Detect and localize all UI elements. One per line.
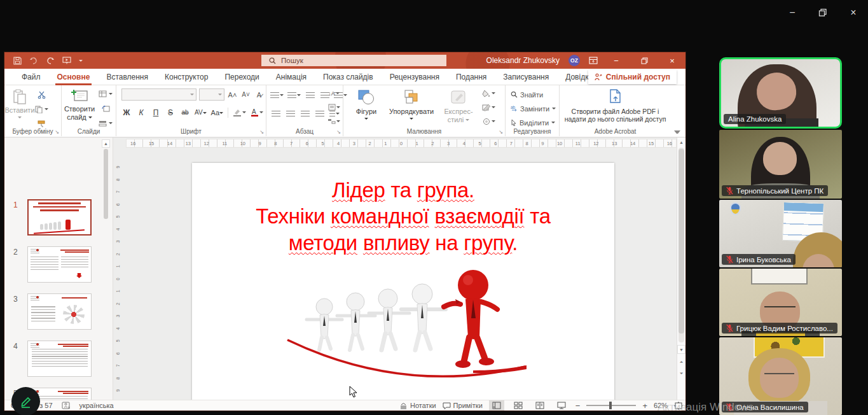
thumbnail-scrollbar[interactable]: ▲ — [102, 137, 111, 400]
quick-styles-button[interactable]: Експрес-стилі — [439, 85, 478, 126]
scroll-down-icon[interactable]: ▼ — [677, 345, 685, 354]
font-dialog-launcher[interactable]: ↘ — [259, 129, 264, 135]
slide-scrollbar[interactable]: ▲ ▼ ⏶ ⏷ — [677, 137, 685, 400]
close-window-icon[interactable]: × — [844, 4, 863, 22]
align-left-icon[interactable] — [270, 108, 281, 119]
convert-smartart-icon[interactable] — [327, 116, 340, 127]
tab-основне[interactable]: Основне — [49, 69, 99, 85]
zoom-out-button[interactable]: − — [575, 401, 581, 411]
ppt-close-icon[interactable]: × — [663, 52, 682, 69]
align-text-icon[interactable] — [328, 102, 340, 113]
change-case-button[interactable]: Aa — [211, 109, 223, 116]
highlight-color-icon[interactable] — [233, 107, 246, 118]
new-slide-button[interactable]: Створитислайд — [64, 85, 95, 126]
align-right-icon[interactable] — [300, 108, 310, 119]
shapes-button[interactable]: Фігури — [350, 85, 383, 126]
slide-thumbnail-3[interactable] — [27, 293, 92, 330]
next-slide-icon[interactable]: ⏷ — [677, 369, 685, 378]
bullets-icon[interactable] — [270, 90, 284, 101]
strikethrough-button[interactable]: S — [165, 108, 176, 117]
drawing-dialog-launcher[interactable]: ↘ — [499, 129, 503, 135]
zoom-in-button[interactable]: + — [642, 401, 647, 411]
start-slideshow-icon[interactable] — [62, 57, 71, 64]
font-size-combo[interactable] — [199, 88, 224, 101]
find-button[interactable]: Знайти — [511, 89, 543, 100]
decrease-indent-icon[interactable] — [305, 90, 315, 101]
clipboard-dialog-launcher[interactable]: ↘ — [55, 129, 59, 135]
grow-font-icon[interactable]: A˄ — [227, 89, 238, 100]
slide-sorter-view-button[interactable] — [511, 400, 526, 411]
numbering-icon[interactable] — [287, 90, 301, 101]
redo-icon[interactable] — [46, 57, 55, 64]
underline-button[interactable]: П — [151, 108, 161, 117]
slide-thumbnail-4[interactable] — [27, 341, 92, 377]
slide-image-tightrope-figures[interactable] — [282, 265, 530, 383]
participant-video-2[interactable]: Тернопільський Центр ПК — [719, 130, 842, 199]
tab-рецензування[interactable]: Рецензування — [382, 69, 448, 85]
comments-toggle[interactable]: Примітки — [443, 400, 483, 411]
restore-window-icon[interactable] — [813, 4, 832, 22]
paragraph-dialog-launcher[interactable]: ↘ — [336, 129, 341, 135]
strike2-button[interactable]: ab — [180, 109, 190, 116]
tab-подання[interactable]: Подання — [448, 69, 495, 85]
shrink-font-icon[interactable]: A˅ — [240, 89, 251, 100]
select-button[interactable]: Виділити — [511, 117, 555, 128]
tab-вставлення[interactable]: Вставлення — [98, 69, 156, 85]
shape-fill-icon[interactable] — [482, 88, 495, 99]
previous-slide-icon[interactable]: ⏶ — [677, 358, 685, 367]
reading-view-button[interactable] — [532, 400, 548, 411]
italic-button[interactable]: К — [136, 108, 146, 117]
annotation-pencil-button[interactable] — [11, 387, 40, 415]
slide-layout-icon[interactable] — [99, 88, 113, 99]
undo-icon[interactable] — [29, 57, 38, 64]
shape-outline-icon[interactable] — [482, 102, 495, 113]
shape-effects-icon[interactable] — [482, 116, 495, 127]
share-button[interactable]: Спільний доступ — [588, 70, 677, 84]
slide[interactable]: Лідер та група.Техніки командної взаємод… — [192, 163, 614, 401]
customize-qat-icon[interactable] — [79, 60, 83, 62]
ppt-minimize-icon[interactable]: − — [607, 52, 626, 69]
tab-записування[interactable]: Записування — [495, 69, 557, 85]
align-center-icon[interactable] — [285, 108, 296, 119]
tab-переходи[interactable]: Переходи — [216, 69, 267, 85]
paste-button[interactable]: Вставити — [8, 85, 31, 126]
tab-конструктор[interactable]: Конструктор — [156, 69, 216, 85]
zoom-slider[interactable] — [586, 405, 636, 406]
arrange-button[interactable]: Упорядкувати — [387, 85, 436, 126]
slide-canvas-area[interactable]: Лідер та група.Техніки командної взаємод… — [126, 148, 677, 400]
tab-анімація[interactable]: Анімація — [268, 69, 315, 85]
tab-файл[interactable]: Файл — [13, 69, 49, 85]
font-name-combo[interactable] — [121, 88, 196, 101]
character-spacing-button[interactable]: AV — [195, 109, 207, 116]
participant-video-1[interactable]: Alina Zhukovska — [719, 57, 842, 129]
slide-title-text[interactable]: Лідер та група.Техніки командної взаємод… — [211, 177, 595, 256]
text-direction-icon[interactable]: ↓A — [328, 88, 340, 99]
scroll-up-icon[interactable]: ▲ — [677, 137, 685, 146]
account-avatar-badge[interactable]: OZ — [568, 55, 580, 66]
tab-показ-слайдів[interactable]: Показ слайдів — [315, 69, 382, 85]
slide-thumbnail-2[interactable] — [27, 246, 92, 283]
copy-icon[interactable] — [35, 104, 48, 115]
save-icon[interactable] — [13, 57, 22, 65]
scroll-up-icon[interactable]: ▲ — [102, 139, 110, 148]
search-input[interactable]: Пошук — [261, 55, 446, 66]
slideshow-view-button[interactable] — [554, 400, 569, 411]
ribbon-display-options-icon[interactable] — [589, 57, 598, 64]
create-pdf-button[interactable]: Створити файл Adobe PDF інадати до нього… — [560, 85, 671, 126]
participant-video-4[interactable]: Грицюк Вадим Ростиславо... — [719, 269, 842, 336]
ppt-restore-icon[interactable] — [635, 52, 654, 69]
account-name[interactable]: Oleksandr Zhukovsky — [486, 56, 560, 65]
accessibility-checker-icon[interactable] — [62, 402, 71, 409]
replace-button[interactable]: abЗамінити — [511, 103, 556, 114]
notes-toggle[interactable]: Нотатки — [399, 400, 436, 411]
collapse-ribbon-icon[interactable] — [674, 130, 680, 134]
normal-view-button[interactable] — [489, 400, 504, 411]
language-indicator[interactable]: українська — [79, 402, 114, 409]
slide-thumbnail-1[interactable] — [27, 199, 92, 236]
cut-icon[interactable] — [35, 89, 48, 100]
clear-formatting-icon[interactable]: A̷ — [254, 89, 265, 100]
section-icon[interactable] — [99, 118, 113, 129]
reset-slide-icon[interactable] — [99, 103, 113, 114]
participant-video-3[interactable]: Ірина Буковська — [719, 200, 842, 267]
minimize-window-icon[interactable]: − — [783, 4, 802, 22]
